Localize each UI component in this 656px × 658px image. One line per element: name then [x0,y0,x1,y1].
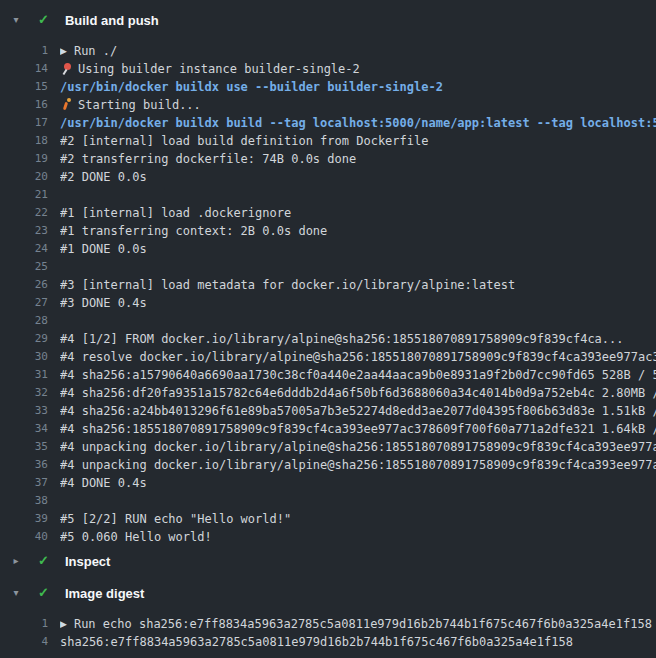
line-text: #4 [1/2] FROM docker.io/library/alpine@s… [60,330,656,348]
line-number[interactable]: 35 [0,438,48,456]
line-text-content: Starting build... [78,98,201,112]
line-text: Starting build... [60,96,656,114]
line-number[interactable]: 23 [0,222,48,240]
line-text-content: #5 [2/2] RUN echo "Hello world!" [60,512,291,526]
line-number[interactable]: 19 [0,150,48,168]
line-text: sha256:e7ff8834a5963a2785c5a0811e979d16b… [60,633,656,651]
log-line: 29 #4 [1/2] FROM docker.io/library/alpin… [0,330,656,348]
log-line: 33 #4 sha256:a24bb4013296f61e89ba57005a7… [0,402,656,420]
log-line: 30 #4 resolve docker.io/library/alpine@s… [0,348,656,366]
section-log-lines: 1 ▶Run ./ 14 Using builder instance buil… [0,32,656,549]
line-number[interactable]: 17 [0,114,48,132]
line-text: #2 [internal] load build definition from… [60,132,656,150]
line-number[interactable]: 4 [0,633,48,651]
log-section-build-and-push: ▾ ✓ Build and push 1 ▶Run ./ 14 Using bu… [0,8,656,549]
log-line: 31 #4 sha256:a15790640a6690aa1730c38cf0a… [0,366,656,384]
line-number[interactable]: 28 [0,312,48,330]
log-line: 20 #2 DONE 0.0s [0,168,656,186]
line-text-content: #4 unpacking docker.io/library/alpine@sh… [60,458,656,472]
expand-toggle-icon[interactable]: ▸ [9,549,23,573]
collapse-toggle-icon[interactable]: ▾ [9,8,23,32]
run-arrow-icon[interactable]: ▶ [60,615,67,633]
line-text-content: Run ./ [74,44,117,58]
line-number[interactable]: 22 [0,204,48,222]
success-check-icon: ✓ [38,8,49,32]
line-text: #2 DONE 0.0s [60,168,656,186]
line-text-content: #4 [1/2] FROM docker.io/library/alpine@s… [60,332,624,346]
line-number[interactable]: 33 [0,402,48,420]
line-number[interactable]: 14 [0,60,48,78]
section-header-build-and-push[interactable]: ▾ ✓ Build and push [0,8,656,32]
line-number[interactable]: 36 [0,456,48,474]
line-number[interactable]: 29 [0,330,48,348]
line-number[interactable]: 31 [0,366,48,384]
line-text: #4 sha256:df20fa9351a15782c64e6dddb2d4a6… [60,384,656,402]
line-text-content: #4 unpacking docker.io/library/alpine@sh… [60,440,656,454]
success-check-icon: ✓ [38,549,49,573]
line-number[interactable]: 1 [0,42,48,60]
line-text-content: #4 sha256:a24bb4013296f61e89ba57005a7b3e… [60,404,656,418]
section-title: Build and push [65,13,159,28]
line-number[interactable]: 39 [0,510,48,528]
log-line: 17 /usr/bin/docker buildx build --tag lo… [0,114,656,132]
line-text: ▶Run echo sha256:e7ff8834a5963a2785c5a08… [60,615,656,634]
line-text-content: #3 [internal] load metadata for docker.i… [60,278,515,292]
line-number[interactable]: 24 [0,240,48,258]
section-header-image-digest[interactable]: ▾ ✓ Image digest [0,581,656,605]
pushpin-icon [60,62,73,75]
line-number[interactable]: 30 [0,348,48,366]
line-text-content: #4 DONE 0.4s [60,476,147,490]
line-number[interactable]: 38 [0,492,48,510]
actions-log-viewer: ▾ ✓ Build and push 1 ▶Run ./ 14 Using bu… [0,0,656,654]
section-header-inspect[interactable]: ▸ ✓ Inspect [0,549,656,573]
line-text: #5 0.060 Hello world! [60,528,656,546]
line-number[interactable]: 1 [0,615,48,633]
line-number[interactable]: 16 [0,96,48,114]
line-number[interactable]: 21 [0,186,48,204]
line-number[interactable]: 40 [0,528,48,546]
run-arrow-icon[interactable]: ▶ [60,42,67,60]
line-text-content: #4 resolve docker.io/library/alpine@sha2… [60,350,656,364]
line-text: #3 DONE 0.4s [60,294,656,312]
line-number[interactable]: 25 [0,258,48,276]
line-text: #1 transferring context: 2B 0.0s done [60,222,656,240]
line-text-content: /usr/bin/docker buildx build --tag local… [60,116,656,130]
line-text: #4 sha256:a15790640a6690aa1730c38cf0a440… [60,366,656,384]
log-line: 35 #4 unpacking docker.io/library/alpine… [0,438,656,456]
line-text-content: Run echo sha256:e7ff8834a5963a2785c5a081… [74,617,652,631]
line-number[interactable]: 15 [0,78,48,96]
log-line: 18 #2 [internal] load build definition f… [0,132,656,150]
section-title: Image digest [65,586,144,601]
line-number[interactable]: 34 [0,420,48,438]
line-text-content: #4 sha256:185518070891758909c9f839cf4ca3… [60,422,656,436]
line-text-content: #2 [internal] load build definition from… [60,134,428,148]
line-number[interactable]: 27 [0,294,48,312]
line-text-content: #3 DONE 0.4s [60,296,147,310]
line-number[interactable]: 20 [0,168,48,186]
line-text-content: #1 transferring context: 2B 0.0s done [60,224,327,238]
line-number[interactable]: 37 [0,474,48,492]
log-line: 19 #2 transferring dockerfile: 74B 0.0s … [0,150,656,168]
log-line: 40 #5 0.060 Hello world! [0,528,656,546]
line-number[interactable]: 26 [0,276,48,294]
section-log-lines: 1 ▶Run echo sha256:e7ff8834a5963a2785c5a… [0,605,656,654]
success-check-icon: ✓ [38,581,49,605]
log-line: 23 #1 transferring context: 2B 0.0s done [0,222,656,240]
line-text: #4 sha256:a24bb4013296f61e89ba57005a7b3e… [60,402,656,420]
line-number[interactable]: 18 [0,132,48,150]
line-text-content: #2 DONE 0.0s [60,170,147,184]
collapse-toggle-icon[interactable]: ▾ [9,581,23,605]
line-text-content: #4 sha256:a15790640a6690aa1730c38cf0a440… [60,368,656,382]
log-line: 38 [0,492,656,510]
log-line: 24 #1 DONE 0.0s [0,240,656,258]
line-text-content: #2 transferring dockerfile: 74B 0.0s don… [60,152,356,166]
log-section-image-digest: ▾ ✓ Image digest 1 ▶Run echo sha256:e7ff… [0,581,656,654]
section-title: Inspect [65,554,111,569]
log-line: 36 #4 unpacking docker.io/library/alpine… [0,456,656,474]
log-line: 34 #4 sha256:185518070891758909c9f839cf4… [0,420,656,438]
line-text: Using builder instance builder-single-2 [60,60,656,78]
line-number[interactable]: 32 [0,384,48,402]
log-line: 37 #4 DONE 0.4s [0,474,656,492]
log-line: 25 [0,258,656,276]
line-text-content: /usr/bin/docker buildx use --builder bui… [60,80,443,94]
